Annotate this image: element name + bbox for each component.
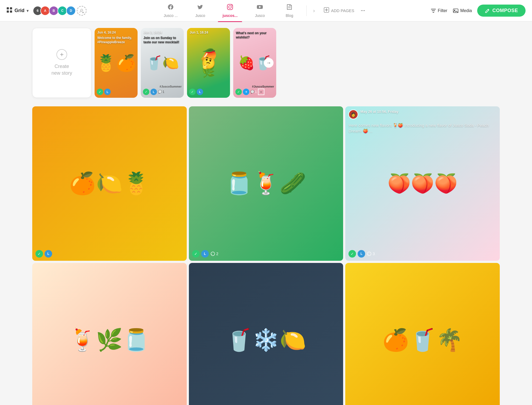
story-1-caption: Welcome to the family, #PineappleBreeze [97, 36, 135, 44]
post-6-bg: 🍊🥤🌴 [345, 263, 500, 405]
add-pages-button[interactable]: ADD PAGES [319, 5, 358, 16]
post-card-4[interactable]: 🍹🌿🫙 ✓ [32, 263, 187, 405]
story-4-check-icon: ✓ [235, 89, 242, 95]
story-card-4[interactable]: 🍓🥤 What's next on your wishlist? → #Jusc… [233, 28, 276, 98]
story-card-3[interactable]: 🥭 🌿 Jun 1, 16:24 🤔 ✓ L [187, 28, 230, 98]
post-card-1[interactable]: 🍊🍋🍍 ✓ L [32, 106, 187, 261]
story-4-footer: ✓ ✈ 💬1 ○ [235, 89, 274, 95]
story-2-footer: ✓ L 💬1 [143, 89, 182, 95]
grid-icon [6, 7, 12, 15]
story-3-avatar: L [197, 89, 203, 95]
tab-twitter-label: Jusco [195, 13, 205, 18]
story-4-comment: 💬1 [250, 90, 257, 94]
post-1-bg: 🍊🍋🍍 [32, 106, 187, 261]
media-icon [453, 8, 459, 14]
create-story-card[interactable]: + Createnew story [32, 28, 91, 98]
tab-facebook-label: Jusco ... [164, 13, 178, 18]
media-button[interactable]: Media [453, 8, 472, 14]
grid-label: Grid [15, 8, 24, 13]
compose-icon [485, 8, 490, 13]
story-3-timestamp: Jun 1, 16:24 [190, 31, 208, 34]
header-left: Grid ▾ 6 A B C D [6, 6, 92, 16]
post-1-avatar: L [45, 250, 52, 258]
post-2-check: ✓ [192, 250, 200, 258]
story-1-timestamp: Jun 4, 16:24 [97, 31, 116, 34]
story-2-caption: Join us on Sunday to taste our new mockt… [143, 36, 181, 44]
posts-grid: 🍊🍋🍍 ✓ L 🫙🍹🥒 ✓ L 2 🍑🍑🍑 👩 [32, 106, 500, 405]
facebook-icon [167, 3, 174, 12]
post-3-meta: May 26 at 10:56, Friday [360, 110, 398, 114]
create-story-label: Createnew story [51, 63, 72, 77]
tab-blog[interactable]: Blog [275, 0, 304, 22]
story-3-footer: ✓ L [189, 89, 228, 95]
avatars-group[interactable]: 6 A B C D [33, 6, 87, 16]
story-2-comment: 💬1 [158, 90, 164, 94]
tab-instagram-label: juscos... [222, 13, 238, 18]
story-4-tag: #JuscoSummer [252, 85, 274, 88]
story-4-caption: What's next on your wishlist? [236, 31, 274, 39]
post-card-2[interactable]: 🫙🍹🥒 ✓ L 2 [189, 106, 343, 261]
story-4-ring-icon: ○ [258, 89, 264, 95]
header: Grid ▾ 6 A B C D [0, 0, 532, 21]
chevron-right-icon: › [313, 8, 315, 14]
svg-point-19 [211, 252, 215, 256]
compose-label: COMPOSE [492, 8, 518, 13]
story-3-check-icon: ✓ [189, 89, 196, 95]
post-2-footer: ✓ L 2 [192, 250, 340, 258]
post-card-5[interactable]: 🥤❄️🍋 ▶ ✓ [189, 263, 343, 405]
avatar-2: B [49, 6, 59, 16]
filter-label: Filter [438, 8, 447, 13]
post-2-bg: 🫙🍹🥒 [189, 106, 343, 261]
tab-youtube[interactable]: Jusco [245, 0, 275, 22]
post-card-6[interactable]: 🍊🥤🌴 1 [345, 263, 500, 405]
story-3-emoji: 🤔 [202, 56, 215, 70]
main-content: + Createnew story 🍍🍊 Jun 4, 16:24 Welcom… [0, 21, 532, 405]
post-4-bg: 🍹🌿🫙 [32, 263, 187, 405]
tab-instagram[interactable]: juscos... [215, 0, 245, 22]
header-right: Filter Media COMPOSE [431, 5, 526, 17]
story-1-check-icon: ✓ [97, 89, 103, 95]
post-3-caption: Here comes new flavors 🍹🍑 Introducing a … [348, 122, 497, 134]
story-1-avatar: L [104, 89, 111, 95]
tab-facebook[interactable]: Jusco ... [156, 0, 185, 22]
blog-icon [286, 3, 293, 12]
twitter-icon [197, 3, 204, 12]
story-2-tag: #JuscoSummer [160, 85, 182, 88]
post-3-avatar: L [358, 250, 365, 258]
compose-button[interactable]: COMPOSE [477, 5, 526, 17]
story-card-2[interactable]: 🥤🍋 Jun 2, 16:24 Join us on Sunday to tas… [141, 28, 184, 98]
grid-selector[interactable]: Grid ▾ [6, 7, 28, 15]
avatar-3: C [57, 6, 67, 16]
post-card-3[interactable]: 🍑🍑🍑 👩 May 26 at 10:56, Friday Here comes… [345, 106, 500, 261]
tab-twitter[interactable]: Jusco [185, 0, 215, 22]
instagram-icon [227, 3, 233, 12]
nav-tabs: Jusco ... Jusco juscos... [92, 0, 431, 22]
story-card-1[interactable]: 🍍🍊 Jun 4, 16:24 Welcome to the family, #… [95, 28, 138, 98]
svg-rect-2 [7, 10, 9, 13]
svg-point-9 [231, 5, 232, 6]
chevron-down-icon: ▾ [27, 9, 28, 13]
filter-icon [431, 8, 436, 13]
post-1-footer: ✓ L [35, 250, 184, 258]
tab-blog-label: Blog [286, 13, 293, 18]
expand-nav-button[interactable]: › [309, 5, 319, 16]
post-3-comments: 3 [367, 251, 375, 256]
story-4-send-icon: ✈ [243, 89, 249, 95]
post-3-check: ✓ [348, 250, 356, 258]
post-3-header: 👩 May 26 at 10:56, Friday [348, 110, 497, 119]
add-pages-label: ADD PAGES [331, 8, 354, 13]
post-1-check: ✓ [35, 250, 43, 258]
svg-point-8 [229, 6, 231, 8]
svg-rect-0 [7, 7, 9, 9]
story-2-avatar: L [150, 89, 157, 95]
more-options-button[interactable]: ··· [358, 5, 367, 16]
story-4-arrow-button[interactable]: → [264, 58, 274, 68]
add-avatar-button[interactable] [77, 6, 87, 16]
story-2-timestamp: Jun 2, 16:24 [143, 31, 162, 34]
post-3-footer: ✓ L 3 [348, 250, 497, 258]
post-3-user-avatar: 👩 [348, 110, 358, 119]
post-2-avatar: L [201, 250, 209, 258]
create-story-plus-icon: + [56, 49, 67, 60]
filter-button[interactable]: Filter [431, 8, 447, 13]
svg-rect-1 [10, 7, 12, 9]
